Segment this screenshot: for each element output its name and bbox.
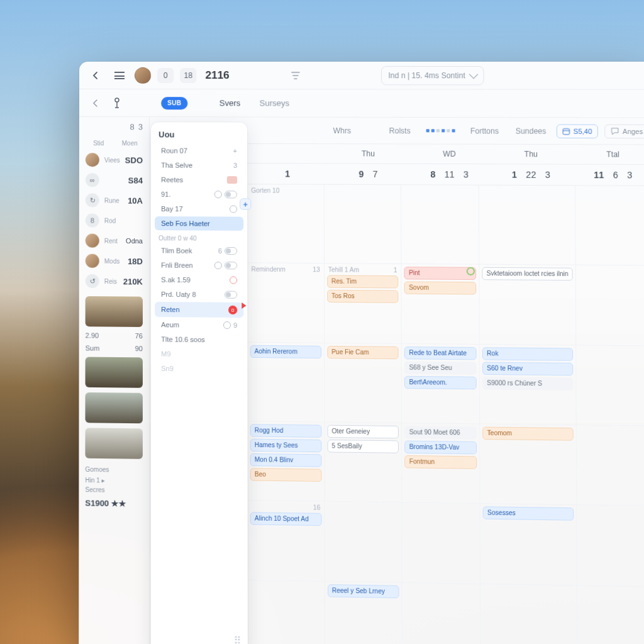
value-chip[interactable]: S5,40 xyxy=(557,124,598,138)
tab-surseys[interactable]: Surseys xyxy=(253,94,296,111)
calendar-cell[interactable]: Rede to Beat AirtateS68 y See SeuBert\Ar… xyxy=(402,344,480,425)
calendar-cell[interactable]: Remindenm13 xyxy=(247,264,325,343)
navtab[interactable]: Whrs xyxy=(326,123,357,137)
event[interactable]: Tos Ros xyxy=(327,290,399,303)
event[interactable]: Fontmun xyxy=(405,455,477,469)
panel-item[interactable]: Reetes xyxy=(155,173,243,187)
panel-item[interactable]: Bay 17 xyxy=(155,202,243,216)
sidebar-item[interactable]: ↻Rune10A xyxy=(79,190,149,211)
calendar-cell[interactable] xyxy=(577,506,644,587)
calendar-cell[interactable] xyxy=(402,583,480,644)
thumbnail[interactable] xyxy=(86,392,143,423)
navtab[interactable]: Sundees xyxy=(509,124,552,138)
drag-handle-icon[interactable]: ⠿ xyxy=(227,631,248,644)
calendar-cell[interactable] xyxy=(479,186,576,265)
footer-b: Hin 1 ▸ xyxy=(79,475,149,486)
calendar-cell[interactable]: Pue Fie Cam xyxy=(325,343,402,423)
event[interactable]: Res. Tim xyxy=(327,275,399,289)
back-button-2[interactable] xyxy=(87,94,104,112)
calendar-cell[interactable]: Reeel y Seb Lrney xyxy=(325,581,403,644)
event[interactable]: Alinch 10 Spoet Ad xyxy=(250,513,322,526)
panel-item[interactable]: Aeum9 xyxy=(155,318,243,332)
event[interactable]: Svktetaioom loctet rcies ilnin xyxy=(482,267,572,280)
calendar-cell[interactable] xyxy=(248,580,325,644)
calendar-cell[interactable] xyxy=(402,503,480,584)
event[interactable]: Oter Geneiey xyxy=(327,425,399,439)
event[interactable]: Teomom xyxy=(482,427,574,441)
avatar[interactable] xyxy=(135,67,151,84)
sidebar-item[interactable]: RentOdna xyxy=(79,230,149,251)
weeknum-row: 1 97 8113 1223 1163 xyxy=(247,164,644,186)
panel-item[interactable]: Fnli Breen xyxy=(155,258,243,272)
thumbnail[interactable] xyxy=(86,296,143,327)
sidebar-item[interactable]: VieesSDO xyxy=(79,150,149,170)
panel-item[interactable]: Sn9 xyxy=(155,362,243,377)
event[interactable]: Bert\Areeom. xyxy=(404,375,477,389)
event[interactable]: Bromins 13D-Vav xyxy=(405,441,477,455)
panel-item[interactable]: 91. xyxy=(155,187,243,202)
navtab[interactable]: Forttons xyxy=(464,124,506,138)
action-chip[interactable]: Anges xyxy=(604,124,644,138)
event[interactable]: Sovom xyxy=(404,282,476,295)
panel-item[interactable]: Seb Fos Haeter xyxy=(155,216,243,231)
event[interactable]: Rok xyxy=(482,347,574,361)
calendar-cell[interactable] xyxy=(577,586,644,644)
calendar-cell[interactable] xyxy=(575,186,644,266)
navtab[interactable]: Rolsts xyxy=(383,123,417,137)
calendar-cell[interactable] xyxy=(577,345,644,426)
back-button[interactable] xyxy=(87,67,104,84)
panel-item[interactable]: M9 xyxy=(155,347,243,362)
event[interactable]: S60 te Rnev xyxy=(482,362,574,375)
calendar-cell[interactable]: Oter Geneiey5 SesBaily xyxy=(325,423,402,503)
context-dropdown[interactable]: Ind n | 15. 4ms Sontint xyxy=(381,66,484,85)
calendar-cell[interactable]: Rogg HodHames ty SeesMon 0.4 BlinvBeo xyxy=(248,421,325,502)
calendar-cell[interactable] xyxy=(325,502,402,583)
calendar-cell[interactable]: Tehill 1 Am1Res. TimTos Ros xyxy=(325,264,402,343)
grid-icon[interactable] xyxy=(426,129,455,132)
panel-item[interactable]: S.ak 1.59 xyxy=(155,273,243,287)
event[interactable]: Pint xyxy=(404,267,476,280)
calendar-cell[interactable]: PintSovom xyxy=(402,264,480,344)
tab-svers[interactable]: Svers xyxy=(213,94,247,111)
panel-item[interactable]: Tlte 10.6 soos xyxy=(155,332,243,347)
calendar-cell[interactable]: Svktetaioom loctet rcies ilnin xyxy=(479,265,576,345)
calendar-cell[interactable] xyxy=(480,584,578,644)
calendar-cell[interactable] xyxy=(577,425,644,506)
event[interactable]: Beo xyxy=(250,468,322,482)
event[interactable]: Mon 0.4 Blinv xyxy=(250,453,322,467)
calendar-cell[interactable] xyxy=(576,265,644,346)
calendar-cell[interactable] xyxy=(325,185,402,265)
calendar-cell[interactable]: Gorten 10 xyxy=(247,184,325,264)
panel-item[interactable]: Prd. Uaty 8 xyxy=(155,287,243,302)
event[interactable]: Pue Fie Cam xyxy=(327,345,399,358)
menu-button[interactable] xyxy=(111,67,128,84)
event[interactable]: Reeel y Seb Lrney xyxy=(328,584,399,598)
sidebar-item[interactable]: ∞S84 xyxy=(79,170,149,191)
panel-item[interactable]: Roun 07+ xyxy=(155,143,243,158)
view-navrow: Whrs Rolsts Forttons Sundees S5,40 Anges xyxy=(247,118,644,145)
calendar-cell[interactable]: Sout 90 Moet 606Bromins 13D-VavFontmun xyxy=(402,423,480,504)
event[interactable]: 5 SesBaily xyxy=(327,440,399,453)
event[interactable]: Sosesses xyxy=(483,507,574,521)
calendar-cell[interactable]: Aohin Rererom xyxy=(247,342,325,422)
calendar-cell[interactable]: Teomom xyxy=(480,424,577,505)
panel-item[interactable]: Tlim Boek6 xyxy=(155,243,243,258)
thumbnail[interactable] xyxy=(86,357,143,387)
add-button[interactable]: + xyxy=(240,198,251,209)
filter-button[interactable] xyxy=(287,67,304,84)
calendar-cell[interactable]: RokS60 te RnevS9000 rs Chüner S xyxy=(480,345,577,426)
thumbnail[interactable] xyxy=(85,428,142,459)
calendar-cell[interactable]: Sosesses xyxy=(480,504,578,586)
sidebar-item[interactable]: ↺Reis210K xyxy=(79,271,149,292)
sidebar-item[interactable]: Mods18D xyxy=(79,251,149,272)
calendar-cell[interactable] xyxy=(401,185,479,265)
event[interactable]: Hames ty Sees xyxy=(250,439,322,453)
panel-item[interactable]: Reten0 xyxy=(155,302,243,318)
app-window: 0 18 2116 Ind n | 15. 4ms Sontint SUB Sv… xyxy=(79,62,644,644)
calendar-cell[interactable]: 16Alinch 10 Spoet Ad xyxy=(248,501,325,581)
event[interactable]: Aohin Rererom xyxy=(250,345,321,358)
panel-item[interactable]: Tha Selve3 xyxy=(155,158,243,173)
event[interactable]: Rogg Hod xyxy=(250,424,322,438)
sidebar-item[interactable]: 8Rod xyxy=(79,210,149,231)
event[interactable]: Rede to Beat Airtate xyxy=(404,347,477,360)
